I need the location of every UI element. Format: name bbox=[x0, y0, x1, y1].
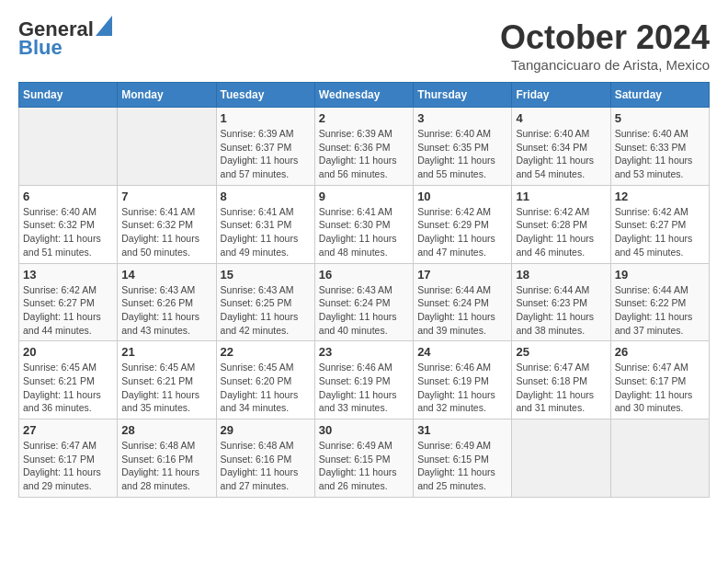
location-subtitle: Tangancicuaro de Arista, Mexico bbox=[500, 57, 710, 73]
day-number: 10 bbox=[417, 190, 507, 203]
day-number: 18 bbox=[516, 268, 606, 282]
day-number: 24 bbox=[417, 345, 507, 359]
day-number: 11 bbox=[516, 190, 606, 203]
day-number: 13 bbox=[23, 268, 113, 282]
calendar-cell: 17Sunrise: 6:44 AM Sunset: 6:24 PM Dayli… bbox=[414, 263, 512, 341]
day-number: 3 bbox=[417, 111, 507, 125]
logo: General Blue bbox=[18, 18, 112, 59]
calendar-cell bbox=[512, 419, 610, 498]
calendar-cell: 12Sunrise: 6:42 AM Sunset: 6:27 PM Dayli… bbox=[610, 185, 709, 263]
day-info: Sunrise: 6:39 AM Sunset: 6:37 PM Dayligh… bbox=[221, 127, 311, 181]
day-number: 16 bbox=[319, 268, 409, 282]
day-header-thursday: Thursday bbox=[414, 83, 512, 108]
day-info: Sunrise: 6:40 AM Sunset: 6:33 PM Dayligh… bbox=[615, 127, 705, 181]
day-info: Sunrise: 6:41 AM Sunset: 6:32 PM Dayligh… bbox=[121, 205, 211, 259]
day-number: 22 bbox=[221, 345, 311, 359]
day-info: Sunrise: 6:43 AM Sunset: 6:24 PM Dayligh… bbox=[319, 283, 409, 338]
calendar-cell: 26Sunrise: 6:47 AM Sunset: 6:17 PM Dayli… bbox=[610, 341, 709, 419]
day-number: 6 bbox=[23, 190, 113, 203]
day-number: 7 bbox=[121, 190, 211, 203]
day-number: 1 bbox=[221, 111, 311, 125]
calendar-cell: 27Sunrise: 6:47 AM Sunset: 6:17 PM Dayli… bbox=[19, 419, 118, 498]
svg-marker-0 bbox=[96, 16, 112, 36]
day-number: 31 bbox=[417, 423, 507, 437]
day-info: Sunrise: 6:44 AM Sunset: 6:23 PM Dayligh… bbox=[516, 283, 606, 338]
title-block: October 2024 Tangancicuaro de Arista, Me… bbox=[500, 18, 710, 73]
calendar-cell: 3Sunrise: 6:40 AM Sunset: 6:35 PM Daylig… bbox=[414, 108, 512, 186]
day-info: Sunrise: 6:49 AM Sunset: 6:15 PM Dayligh… bbox=[417, 439, 507, 493]
calendar-cell: 13Sunrise: 6:42 AM Sunset: 6:27 PM Dayli… bbox=[19, 263, 118, 341]
day-info: Sunrise: 6:40 AM Sunset: 6:32 PM Dayligh… bbox=[23, 205, 113, 259]
calendar-cell: 22Sunrise: 6:45 AM Sunset: 6:20 PM Dayli… bbox=[216, 341, 314, 419]
calendar-table: SundayMondayTuesdayWednesdayThursdayFrid… bbox=[18, 82, 710, 498]
day-info: Sunrise: 6:47 AM Sunset: 6:17 PM Dayligh… bbox=[23, 439, 113, 493]
calendar-cell: 1Sunrise: 6:39 AM Sunset: 6:37 PM Daylig… bbox=[216, 108, 314, 186]
day-info: Sunrise: 6:48 AM Sunset: 6:16 PM Dayligh… bbox=[221, 439, 311, 493]
day-info: Sunrise: 6:47 AM Sunset: 6:18 PM Dayligh… bbox=[516, 361, 606, 415]
calendar-cell: 18Sunrise: 6:44 AM Sunset: 6:23 PM Dayli… bbox=[512, 263, 610, 341]
calendar-cell: 21Sunrise: 6:45 AM Sunset: 6:21 PM Dayli… bbox=[118, 341, 216, 419]
day-number: 2 bbox=[319, 111, 409, 125]
calendar-cell: 14Sunrise: 6:43 AM Sunset: 6:26 PM Dayli… bbox=[118, 263, 216, 341]
day-info: Sunrise: 6:45 AM Sunset: 6:21 PM Dayligh… bbox=[121, 361, 211, 415]
day-number: 15 bbox=[221, 268, 311, 282]
calendar-week-2: 6Sunrise: 6:40 AM Sunset: 6:32 PM Daylig… bbox=[19, 185, 710, 263]
month-title: October 2024 bbox=[500, 18, 710, 57]
day-number: 30 bbox=[319, 423, 409, 437]
calendar-week-3: 13Sunrise: 6:42 AM Sunset: 6:27 PM Dayli… bbox=[19, 263, 710, 341]
calendar-cell: 24Sunrise: 6:46 AM Sunset: 6:19 PM Dayli… bbox=[414, 341, 512, 419]
calendar-cell: 9Sunrise: 6:41 AM Sunset: 6:30 PM Daylig… bbox=[314, 185, 413, 263]
day-header-tuesday: Tuesday bbox=[216, 83, 314, 108]
day-info: Sunrise: 6:39 AM Sunset: 6:36 PM Dayligh… bbox=[319, 127, 409, 181]
day-info: Sunrise: 6:41 AM Sunset: 6:30 PM Dayligh… bbox=[319, 205, 409, 259]
day-number: 28 bbox=[121, 423, 211, 437]
day-number: 4 bbox=[516, 111, 606, 125]
calendar-week-5: 27Sunrise: 6:47 AM Sunset: 6:17 PM Dayli… bbox=[19, 419, 710, 498]
day-info: Sunrise: 6:43 AM Sunset: 6:26 PM Dayligh… bbox=[121, 283, 211, 338]
day-header-sunday: Sunday bbox=[19, 83, 118, 108]
calendar-week-4: 20Sunrise: 6:45 AM Sunset: 6:21 PM Dayli… bbox=[19, 341, 710, 419]
day-info: Sunrise: 6:43 AM Sunset: 6:25 PM Dayligh… bbox=[221, 283, 311, 338]
day-info: Sunrise: 6:42 AM Sunset: 6:27 PM Dayligh… bbox=[615, 205, 705, 259]
calendar-cell: 11Sunrise: 6:42 AM Sunset: 6:28 PM Dayli… bbox=[512, 185, 610, 263]
day-number: 26 bbox=[615, 345, 705, 359]
calendar-cell: 29Sunrise: 6:48 AM Sunset: 6:16 PM Dayli… bbox=[216, 419, 314, 498]
calendar-week-1: 1Sunrise: 6:39 AM Sunset: 6:37 PM Daylig… bbox=[19, 108, 710, 186]
day-number: 5 bbox=[615, 111, 705, 125]
day-number: 19 bbox=[615, 268, 705, 282]
day-header-wednesday: Wednesday bbox=[314, 83, 413, 108]
day-info: Sunrise: 6:49 AM Sunset: 6:15 PM Dayligh… bbox=[319, 439, 409, 493]
day-info: Sunrise: 6:41 AM Sunset: 6:31 PM Dayligh… bbox=[221, 205, 311, 259]
calendar-cell: 4Sunrise: 6:40 AM Sunset: 6:34 PM Daylig… bbox=[512, 108, 610, 186]
day-info: Sunrise: 6:42 AM Sunset: 6:29 PM Dayligh… bbox=[417, 205, 507, 259]
day-number: 12 bbox=[615, 190, 705, 203]
calendar-cell: 28Sunrise: 6:48 AM Sunset: 6:16 PM Dayli… bbox=[118, 419, 216, 498]
calendar-cell: 16Sunrise: 6:43 AM Sunset: 6:24 PM Dayli… bbox=[314, 263, 413, 341]
day-info: Sunrise: 6:45 AM Sunset: 6:20 PM Dayligh… bbox=[221, 361, 311, 415]
calendar-header-row: SundayMondayTuesdayWednesdayThursdayFrid… bbox=[19, 83, 710, 108]
day-info: Sunrise: 6:46 AM Sunset: 6:19 PM Dayligh… bbox=[319, 361, 409, 415]
logo-bird-icon bbox=[96, 16, 112, 36]
calendar-cell bbox=[610, 419, 709, 498]
day-number: 9 bbox=[319, 190, 409, 203]
calendar-cell: 8Sunrise: 6:41 AM Sunset: 6:31 PM Daylig… bbox=[216, 185, 314, 263]
day-number: 8 bbox=[221, 190, 311, 203]
day-number: 21 bbox=[121, 345, 211, 359]
day-info: Sunrise: 6:46 AM Sunset: 6:19 PM Dayligh… bbox=[417, 361, 507, 415]
calendar-cell bbox=[118, 108, 216, 186]
calendar-cell: 5Sunrise: 6:40 AM Sunset: 6:33 PM Daylig… bbox=[610, 108, 709, 186]
day-info: Sunrise: 6:44 AM Sunset: 6:22 PM Dayligh… bbox=[615, 283, 705, 338]
calendar-cell: 2Sunrise: 6:39 AM Sunset: 6:36 PM Daylig… bbox=[314, 108, 413, 186]
calendar-cell: 15Sunrise: 6:43 AM Sunset: 6:25 PM Dayli… bbox=[216, 263, 314, 341]
calendar-cell: 7Sunrise: 6:41 AM Sunset: 6:32 PM Daylig… bbox=[118, 185, 216, 263]
day-header-monday: Monday bbox=[118, 83, 216, 108]
day-number: 17 bbox=[417, 268, 507, 282]
day-info: Sunrise: 6:42 AM Sunset: 6:27 PM Dayligh… bbox=[23, 283, 113, 338]
calendar-cell: 20Sunrise: 6:45 AM Sunset: 6:21 PM Dayli… bbox=[19, 341, 118, 419]
day-info: Sunrise: 6:40 AM Sunset: 6:34 PM Dayligh… bbox=[516, 127, 606, 181]
day-info: Sunrise: 6:48 AM Sunset: 6:16 PM Dayligh… bbox=[121, 439, 211, 493]
day-number: 29 bbox=[221, 423, 311, 437]
calendar-cell bbox=[19, 108, 118, 186]
logo-text-blue: Blue bbox=[18, 37, 112, 59]
calendar-cell: 6Sunrise: 6:40 AM Sunset: 6:32 PM Daylig… bbox=[19, 185, 118, 263]
